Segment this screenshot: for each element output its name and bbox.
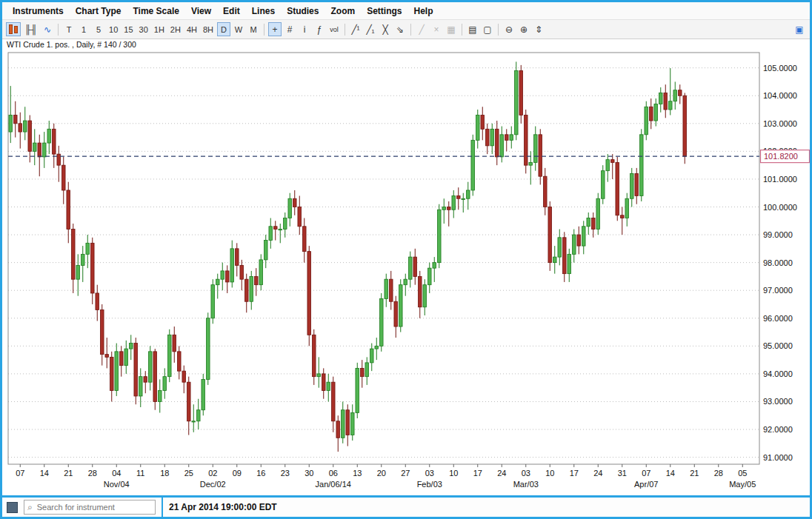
svg-text:94.0000: 94.0000 xyxy=(763,369,793,378)
crosshair-icon: + xyxy=(273,24,278,35)
timeframe-8h-button[interactable]: 8H xyxy=(201,22,216,36)
volume-button[interactable]: vol xyxy=(327,22,341,36)
timeframe-monthly-button-label: M xyxy=(250,25,256,34)
svg-text:104.0000: 104.0000 xyxy=(763,91,797,100)
info-icon: i xyxy=(304,24,306,35)
svg-text:105.0000: 105.0000 xyxy=(763,64,797,73)
svg-text:99.0000: 99.0000 xyxy=(763,230,793,239)
menu-item-zoom[interactable]: Zoom xyxy=(325,4,361,18)
menu-item-settings[interactable]: Settings xyxy=(361,4,407,18)
timeframe-tick-button[interactable]: T xyxy=(62,22,76,36)
timeframe-1h-button[interactable]: 1H xyxy=(152,22,167,36)
line-chart-button[interactable]: ∿ xyxy=(41,22,54,36)
zoom-out-button[interactable]: ⊖ xyxy=(502,22,516,36)
timeframe-1-button-label: 1 xyxy=(81,25,86,34)
studies-button[interactable]: ƒ xyxy=(313,22,326,36)
timeframe-1-button[interactable]: 1 xyxy=(77,22,90,36)
svg-text:21: 21 xyxy=(690,469,699,478)
timestamp: 21 Apr 2014 19:00:00 EDT xyxy=(169,502,277,512)
timeframe-15-button[interactable]: 15 xyxy=(122,22,135,36)
menu-item-studies[interactable]: Studies xyxy=(281,4,325,18)
toolbar-separator xyxy=(462,24,462,36)
svg-text:91.0000: 91.0000 xyxy=(763,453,793,462)
candlestick-chart-button[interactable] xyxy=(6,22,21,36)
menu-item-lines[interactable]: Lines xyxy=(246,4,281,18)
chart-canvas[interactable]: 105.0000104.0000103.0000102.0000101.0000… xyxy=(2,50,810,495)
panel-toggle-button[interactable]: ▣ xyxy=(793,22,806,36)
menu-item-chart-type[interactable]: Chart Type xyxy=(70,4,127,18)
svg-text:93.0000: 93.0000 xyxy=(763,397,793,406)
svg-text:Mar/03: Mar/03 xyxy=(513,480,539,489)
timeframe-weekly-button[interactable]: W xyxy=(232,22,245,36)
candlestick-icon xyxy=(9,24,13,34)
menu-item-view[interactable]: View xyxy=(185,4,217,18)
search-box[interactable]: ⌕ xyxy=(24,500,156,515)
svg-text:16: 16 xyxy=(256,469,265,478)
svg-text:03: 03 xyxy=(522,469,530,478)
search-input[interactable] xyxy=(36,502,152,512)
svg-text:05: 05 xyxy=(738,469,747,478)
menu-item-instruments[interactable]: Instruments xyxy=(7,4,70,18)
ray-line-button[interactable]: ╱₁ xyxy=(364,22,377,36)
svg-text:10: 10 xyxy=(449,469,458,478)
menu-item-time-scale[interactable]: Time Scale xyxy=(127,4,184,18)
svg-text:30: 30 xyxy=(304,469,313,478)
cross-line-icon: ╳ xyxy=(382,24,387,35)
timeframe-5-button[interactable]: 5 xyxy=(92,22,105,36)
search-icon: ⌕ xyxy=(27,502,33,512)
timeframe-weekly-button-label: W xyxy=(235,25,242,34)
svg-text:101.8200: 101.8200 xyxy=(764,152,798,161)
timeframe-monthly-button[interactable]: M xyxy=(247,22,260,36)
timeframe-10-button-label: 10 xyxy=(109,25,118,34)
delete-line-icon: × xyxy=(434,24,439,35)
timeframe-10-button[interactable]: 10 xyxy=(107,22,120,36)
chart-svg[interactable]: 105.0000104.0000103.0000102.0000101.0000… xyxy=(2,50,810,495)
zoom-in-icon: ⊕ xyxy=(520,24,528,35)
trend-line-button[interactable]: ╱¹ xyxy=(349,22,362,36)
instrument-color-swatch[interactable] xyxy=(7,502,18,513)
svg-text:10: 10 xyxy=(545,469,554,478)
cross-line-button[interactable]: ╳ xyxy=(379,22,392,36)
svg-text:95.0000: 95.0000 xyxy=(763,341,793,350)
trend-line-icon: ╱¹ xyxy=(351,24,359,35)
svg-text:14: 14 xyxy=(40,469,49,478)
crosshair-button[interactable]: + xyxy=(268,22,282,36)
fit-vertical-icon: ⇕ xyxy=(535,24,542,35)
info-button[interactable]: i xyxy=(298,22,311,36)
svg-text:04: 04 xyxy=(112,469,121,478)
timeframe-4h-button[interactable]: 4H xyxy=(184,22,199,36)
timeframe-daily-button[interactable]: D xyxy=(217,22,230,36)
arrow-line-icon: ⇘ xyxy=(396,24,404,35)
timeframe-30-button[interactable]: 30 xyxy=(137,22,150,36)
edit-lines-button: ╱ xyxy=(415,22,428,36)
svg-text:28: 28 xyxy=(714,469,723,478)
arrow-line-button[interactable]: ⇘ xyxy=(393,22,407,36)
svg-text:97.0000: 97.0000 xyxy=(763,286,793,295)
volume-icon: vol xyxy=(330,26,339,33)
menu-item-edit[interactable]: Edit xyxy=(217,4,246,18)
delete-all-button: ▦ xyxy=(445,22,458,36)
toolbar: ╟╢∿T151015301H2H4H8HDWM+#iƒvol╱¹╱₁╳⇘╱×▦▤… xyxy=(2,20,810,39)
menu-item-help[interactable]: Help xyxy=(407,4,439,18)
svg-text:17: 17 xyxy=(473,469,482,478)
chart-area: WTI Crude 1. pos. , Daily, # 140 / 300 1… xyxy=(2,39,810,495)
fit-vertical-button[interactable]: ⇕ xyxy=(532,22,545,36)
status-divider xyxy=(162,498,163,517)
svg-text:23: 23 xyxy=(281,469,290,478)
timeframe-2h-button[interactable]: 2H xyxy=(168,22,183,36)
zoom-in-button[interactable]: ⊕ xyxy=(517,22,530,36)
app-window: InstrumentsChart TypeTime ScaleViewEditL… xyxy=(2,2,810,517)
svg-text:11: 11 xyxy=(136,469,144,478)
toolbar-separator xyxy=(345,24,345,36)
page-preview-button[interactable]: ▢ xyxy=(481,22,494,36)
ohlc-chart-button[interactable]: ╟╢ xyxy=(22,22,39,36)
svg-text:101.0000: 101.0000 xyxy=(763,175,797,184)
svg-text:18: 18 xyxy=(160,469,169,478)
svg-text:Nov/04: Nov/04 xyxy=(104,480,130,489)
grid-button[interactable]: # xyxy=(283,22,296,36)
svg-text:103.0000: 103.0000 xyxy=(763,119,797,128)
print-button[interactable]: ▤ xyxy=(466,22,479,36)
timeframe-4h-button-label: 4H xyxy=(187,25,197,34)
timeframe-30-button-label: 30 xyxy=(139,25,148,34)
svg-text:92.0000: 92.0000 xyxy=(763,425,793,434)
